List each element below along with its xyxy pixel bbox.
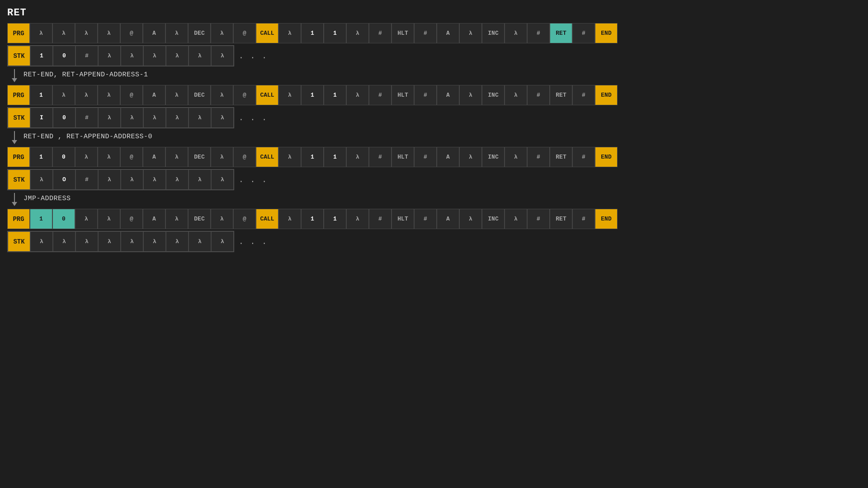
page-title: RET — [7, 7, 861, 19]
prg-cell-3-18: # — [414, 147, 437, 167]
prg-cell-3-19: A — [437, 147, 459, 167]
arrow-head-1 — [12, 78, 17, 82]
stk-cell-1-6: λ — [143, 46, 166, 66]
prg-cell-1-17: HLT — [392, 23, 414, 43]
prg-cell-1-25: # — [572, 23, 595, 43]
stk-cell-4-0: STK — [8, 231, 30, 252]
ellipsis-3: . . . — [239, 175, 268, 184]
prg-cell-1-26: END — [595, 23, 618, 43]
prg-cell-1-3: λ — [75, 23, 98, 43]
stk-cell-4-9: λ — [211, 231, 234, 252]
prg-tape-2: PRG1λλλ@AλDECλ@CALLλ11λ#HLT#AλINCλ#RET#E… — [7, 85, 861, 105]
prg-cell-3-15: λ — [346, 147, 369, 167]
arrow-line-3 — [14, 193, 15, 202]
prg-cell-1-1: λ — [30, 23, 52, 43]
prg-cell-2-26: END — [595, 85, 618, 105]
prg-cell-3-17: HLT — [392, 147, 414, 167]
stk-cell-2-7: λ — [166, 108, 189, 128]
stk-cell-3-5: λ — [121, 169, 143, 190]
prg-cell-3-1: 1 — [30, 147, 52, 167]
prg-cell-2-8: DEC — [188, 85, 211, 105]
prg-cell-1-2: λ — [52, 23, 75, 43]
arrow-row-2: RET-END , RET-APPEND-ADDRESS-0 — [12, 131, 861, 144]
prg-cell-2-24: RET — [550, 85, 572, 105]
prg-cell-2-18: # — [414, 85, 437, 105]
prg-tape-4: PRG10λλ@AλDECλ@CALLλ11λ#HLT#AλINCλ#RET#E… — [7, 209, 861, 229]
stk-cell-3-0: STK — [8, 169, 30, 190]
prg-cell-4-5: @ — [120, 209, 143, 229]
prg-cell-3-5: @ — [120, 147, 143, 167]
prg-cell-1-6: A — [143, 23, 165, 43]
stk-cell-4-6: λ — [143, 231, 166, 252]
prg-cell-2-17: HLT — [392, 85, 414, 105]
stk-cell-1-2: 0 — [53, 46, 75, 66]
stk-cell-1-1: 1 — [30, 46, 53, 66]
prg-cell-3-13: 1 — [301, 147, 324, 167]
prg-cell-3-21: INC — [482, 147, 505, 167]
stk-tape-2: STKI0#λλλλλλ. . . — [7, 107, 861, 128]
prg-cell-3-6: A — [143, 147, 165, 167]
section-1: PRGλλλλ@AλDECλ@CALLλ11λ#HLT#AλINCλ#RET#E… — [7, 23, 861, 82]
prg-cell-2-2: λ — [52, 85, 75, 105]
stk-cell-1-3: # — [75, 46, 98, 66]
arrow-label-2: RET-END , RET-APPEND-ADDRESS-0 — [24, 131, 152, 141]
prg-cell-4-15: λ — [346, 209, 369, 229]
arrow-line-2 — [14, 131, 15, 140]
prg-cell-3-16: # — [369, 147, 392, 167]
prg-cell-1-4: λ — [98, 23, 120, 43]
arrow-head-2 — [12, 140, 17, 144]
prg-cell-2-9: λ — [211, 85, 233, 105]
prg-cell-1-24: RET — [550, 23, 572, 43]
stk-cell-3-1: λ — [30, 169, 53, 190]
stk-cell-2-6: λ — [143, 108, 166, 128]
prg-cell-4-21: INC — [482, 209, 505, 229]
prg-tape-1: PRGλλλλ@AλDECλ@CALLλ11λ#HLT#AλINCλ#RET#E… — [7, 23, 861, 43]
prg-cell-2-11: CALL — [256, 85, 278, 105]
prg-cell-2-7: λ — [165, 85, 188, 105]
prg-cell-4-9: λ — [211, 209, 233, 229]
prg-cell-1-21: INC — [482, 23, 505, 43]
prg-cell-3-2: 0 — [52, 147, 75, 167]
prg-cell-3-22: λ — [505, 147, 527, 167]
section-2: PRG1λλλ@AλDECλ@CALLλ11λ#HLT#AλINCλ#RET#E… — [7, 85, 861, 144]
prg-cell-3-12: λ — [278, 147, 301, 167]
prg-cell-4-4: λ — [98, 209, 120, 229]
stk-cell-2-8: λ — [189, 108, 211, 128]
prg-cell-1-19: A — [437, 23, 459, 43]
prg-cell-3-25: # — [572, 147, 595, 167]
stk-cell-1-7: λ — [166, 46, 189, 66]
stk-cell-4-4: λ — [98, 231, 121, 252]
prg-cell-1-16: # — [369, 23, 392, 43]
section-3: PRG10λλ@AλDECλ@CALLλ11λ#HLT#AλINCλ#RET#E… — [7, 147, 861, 206]
prg-cell-1-9: λ — [211, 23, 233, 43]
ellipsis-2: . . . — [239, 113, 268, 122]
stk-cell-2-5: λ — [121, 108, 143, 128]
prg-tape-3: PRG10λλ@AλDECλ@CALLλ11λ#HLT#AλINCλ#RET#E… — [7, 147, 861, 167]
prg-cell-4-23: # — [527, 209, 550, 229]
prg-cell-4-17: HLT — [392, 209, 414, 229]
prg-cell-2-13: 1 — [301, 85, 324, 105]
prg-cell-2-20: λ — [459, 85, 482, 105]
stk-cell-2-1: I — [30, 108, 53, 128]
prg-cell-1-13: 1 — [301, 23, 324, 43]
prg-cell-2-16: # — [369, 85, 392, 105]
stk-cell-1-5: λ — [121, 46, 143, 66]
prg-cell-4-13: 1 — [301, 209, 324, 229]
prg-cell-2-4: λ — [98, 85, 120, 105]
prg-cell-4-19: A — [437, 209, 459, 229]
prg-cell-4-11: CALL — [256, 209, 278, 229]
prg-cell-1-20: λ — [459, 23, 482, 43]
stk-cell-3-9: λ — [211, 169, 234, 190]
prg-cell-2-14: 1 — [324, 85, 346, 105]
prg-cell-1-10: @ — [233, 23, 256, 43]
stk-tape-4: STKλλλλλλλλλ. . . — [7, 231, 861, 252]
arrow-label-1: RET-END, RET-APPEND-ADDRESS-1 — [24, 69, 148, 79]
prg-cell-3-7: λ — [165, 147, 188, 167]
stk-tape-3: STKλO#λλλλλλ. . . — [7, 169, 861, 190]
prg-cell-1-5: @ — [120, 23, 143, 43]
prg-cell-3-11: CALL — [256, 147, 278, 167]
prg-cell-3-8: DEC — [188, 147, 211, 167]
prg-cell-2-15: λ — [346, 85, 369, 105]
prg-cell-1-7: λ — [165, 23, 188, 43]
prg-cell-3-20: λ — [459, 147, 482, 167]
